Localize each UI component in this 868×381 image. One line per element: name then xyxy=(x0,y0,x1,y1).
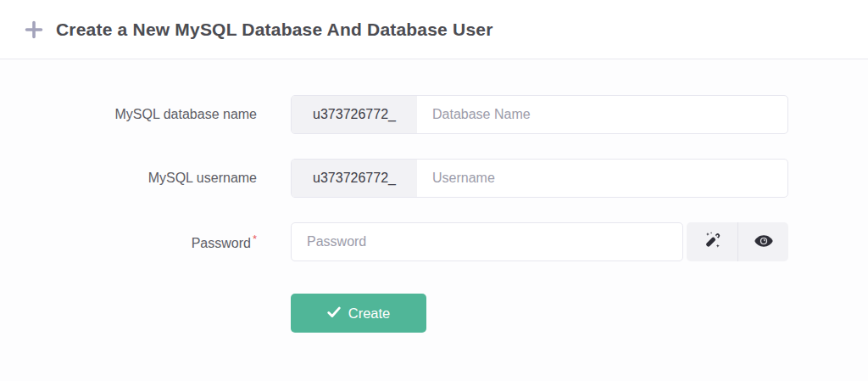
create-database-form: MySQL database name u373726772_ MySQL us… xyxy=(0,59,868,333)
eye-icon xyxy=(754,231,774,254)
generate-password-button[interactable] xyxy=(687,222,737,261)
submit-row: Create xyxy=(291,294,868,333)
create-button-label: Create xyxy=(348,305,391,322)
required-asterisk: * xyxy=(253,233,257,245)
form-row-username: MySQL username u373726772_ xyxy=(0,159,868,198)
username-group: u373726772_ xyxy=(291,159,788,198)
password-group xyxy=(291,222,788,261)
database-name-label: MySQL database name xyxy=(0,107,257,122)
username-label: MySQL username xyxy=(0,171,257,186)
database-name-prefix: u373726772_ xyxy=(292,96,417,133)
database-name-group: u373726772_ xyxy=(291,95,788,134)
plus-icon xyxy=(24,20,44,40)
magic-wand-icon xyxy=(703,231,722,253)
check-icon xyxy=(327,305,341,322)
username-prefix: u373726772_ xyxy=(292,160,417,197)
password-input[interactable] xyxy=(291,222,683,261)
password-label: Password* xyxy=(0,233,257,251)
panel-header: Create a New MySQL Database And Database… xyxy=(0,0,868,59)
form-row-password: Password* xyxy=(0,222,868,261)
form-row-database-name: MySQL database name u373726772_ xyxy=(0,95,868,134)
password-label-text: Password xyxy=(192,236,251,250)
username-input[interactable] xyxy=(417,160,787,197)
show-password-button[interactable] xyxy=(737,222,788,261)
create-button[interactable]: Create xyxy=(291,294,426,333)
password-tools xyxy=(687,222,788,261)
database-name-input[interactable] xyxy=(417,96,787,133)
page-title: Create a New MySQL Database And Database… xyxy=(56,20,493,40)
